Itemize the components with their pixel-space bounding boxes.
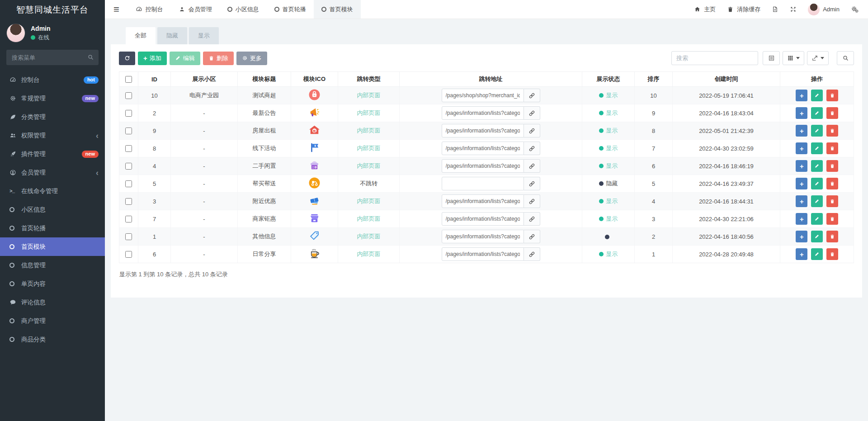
row-delete-button[interactable] (826, 231, 838, 242)
jump-url-input[interactable] (442, 247, 524, 261)
sidebar-item-单页内容[interactable]: 单页内容 (0, 274, 105, 293)
row-delete-button[interactable] (826, 160, 838, 172)
row-checkbox[interactable] (125, 110, 132, 117)
sidebar-item-评论信息[interactable]: 评论信息 (0, 293, 105, 312)
filter-tab-全部[interactable]: 全部 (126, 27, 156, 44)
row-edit-button[interactable] (811, 213, 823, 225)
row-edit-button[interactable] (811, 90, 823, 101)
sidebar-item-首页模块[interactable]: 首页模块 (0, 237, 105, 256)
tab-控制台[interactable]: 控制台 (128, 0, 171, 19)
row-checkbox[interactable] (125, 198, 132, 205)
row-delete-button[interactable] (826, 213, 838, 225)
row-checkbox[interactable] (125, 145, 132, 152)
row-edit-button[interactable] (811, 160, 823, 172)
status-label[interactable]: 隐藏 (606, 180, 618, 187)
delete-button[interactable]: 删除 (203, 52, 234, 65)
row-checkbox[interactable] (125, 216, 132, 222)
sidebar-item-商品分类[interactable]: 商品分类 (0, 330, 105, 349)
sidebar-item-分类管理[interactable]: 分类管理 (0, 108, 105, 126)
table-search-input[interactable] (671, 51, 758, 65)
row-checkbox[interactable] (125, 180, 132, 187)
sidebar-item-信息管理[interactable]: 信息管理 (0, 256, 105, 274)
sidebar-search-input[interactable] (6, 50, 99, 65)
row-checkbox[interactable] (125, 233, 132, 240)
sidebar-item-在线命令管理[interactable]: >_ 在线命令管理 (0, 182, 105, 200)
row-edit-button[interactable] (811, 248, 823, 260)
link-button[interactable] (524, 89, 540, 102)
jump-url-input[interactable] (442, 124, 524, 137)
row-checkbox[interactable] (125, 251, 132, 258)
select-all-checkbox[interactable] (125, 76, 132, 83)
row-edit-button[interactable] (811, 125, 823, 137)
status-label[interactable]: 显示 (606, 251, 618, 257)
sidebar-item-小区信息[interactable]: 小区信息 (0, 200, 105, 219)
link-button[interactable] (524, 106, 540, 120)
home-button[interactable]: 主页 (694, 5, 716, 14)
link-button[interactable] (524, 124, 540, 137)
row-add-button[interactable]: + (796, 248, 807, 260)
row-add-button[interactable]: + (796, 142, 807, 154)
admin-menu[interactable]: Admin (808, 4, 840, 15)
sidebar-item-常规管理[interactable]: 常规管理 new (0, 89, 105, 108)
jump-url-input[interactable] (442, 194, 524, 208)
fullscreen-button[interactable] (790, 6, 797, 13)
row-delete-button[interactable] (826, 90, 838, 101)
row-add-button[interactable]: + (796, 178, 807, 189)
jump-url-input[interactable] (442, 142, 524, 155)
filter-tab-显示[interactable]: 显示 (189, 27, 219, 44)
detail-view-button[interactable] (763, 51, 780, 65)
clear-cache-button[interactable]: 清除缓存 (727, 5, 760, 14)
sidebar-item-插件管理[interactable]: 插件管理 new (0, 145, 105, 163)
row-delete-button[interactable] (826, 142, 838, 154)
sidebar-item-商户管理[interactable]: 商户管理 (0, 312, 105, 330)
tab-小区信息[interactable]: 小区信息 (220, 0, 267, 19)
jump-url-input[interactable] (442, 159, 524, 173)
status-label[interactable]: 显示 (606, 162, 618, 169)
status-label[interactable]: 显示 (606, 92, 618, 99)
edit-button[interactable]: 编辑 (170, 52, 200, 65)
sidebar-item-控制台[interactable]: 控制台 hot (0, 71, 105, 89)
row-add-button[interactable]: + (796, 231, 807, 242)
row-delete-button[interactable] (826, 248, 838, 260)
row-add-button[interactable]: + (796, 125, 807, 137)
search-submit-button[interactable] (837, 51, 854, 65)
row-add-button[interactable]: + (796, 213, 807, 225)
jump-url-input[interactable] (442, 212, 524, 226)
row-checkbox[interactable] (125, 163, 132, 170)
link-button[interactable] (524, 212, 540, 226)
row-checkbox[interactable] (125, 92, 132, 99)
filter-tab-隐藏[interactable]: 隐藏 (157, 27, 187, 44)
row-delete-button[interactable] (826, 178, 838, 189)
refresh-button[interactable] (119, 52, 135, 65)
jump-url-input[interactable] (442, 106, 524, 120)
sidebar-item-权限管理[interactable]: 权限管理 ‹ (0, 126, 105, 145)
row-delete-button[interactable] (826, 107, 838, 119)
status-label[interactable]: 显示 (606, 127, 618, 134)
row-edit-button[interactable] (811, 107, 823, 119)
row-delete-button[interactable] (826, 125, 838, 137)
link-button[interactable] (524, 177, 540, 190)
tab-首页模块[interactable]: 首页模块 (314, 0, 361, 19)
jump-url-input[interactable] (442, 230, 524, 243)
more-button[interactable]: 更多 (236, 52, 267, 65)
link-button[interactable] (524, 247, 540, 261)
link-button[interactable] (524, 159, 540, 173)
tab-会员管理[interactable]: 会员管理 (171, 0, 220, 19)
jump-url-input[interactable] (442, 177, 524, 190)
export-button[interactable] (807, 51, 829, 65)
row-add-button[interactable]: + (796, 160, 807, 172)
sidebar-item-会员管理[interactable]: 会员管理 ‹ (0, 163, 105, 182)
row-edit-button[interactable] (811, 231, 823, 242)
row-edit-button[interactable] (811, 178, 823, 189)
settings-button[interactable] (851, 5, 859, 14)
status-label[interactable]: 显示 (606, 145, 618, 151)
add-button[interactable]: +添加 (138, 52, 167, 65)
row-add-button[interactable]: + (796, 107, 807, 119)
tab-首页轮播[interactable]: 首页轮播 (267, 0, 314, 19)
row-add-button[interactable]: + (796, 195, 807, 207)
row-checkbox[interactable] (125, 128, 132, 134)
sidebar-item-首页轮播[interactable]: 首页轮播 (0, 219, 105, 237)
page-document-button[interactable] (772, 6, 778, 13)
link-button[interactable] (524, 142, 540, 155)
link-button[interactable] (524, 194, 540, 208)
